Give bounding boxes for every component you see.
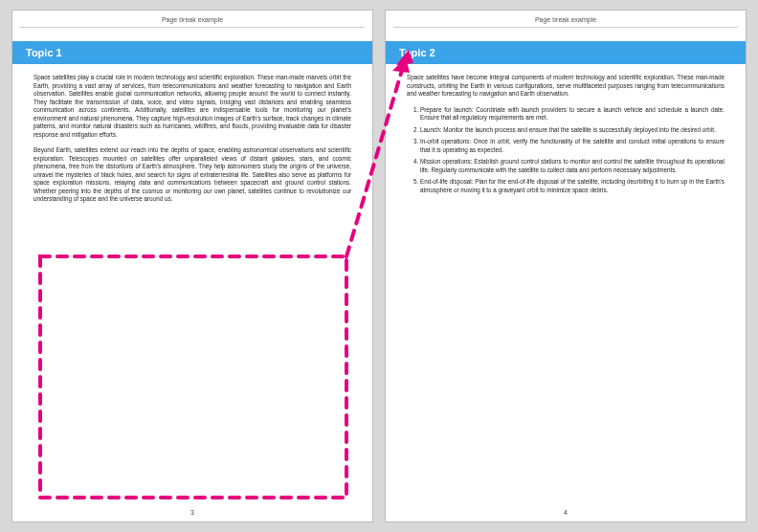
list-item: In-orbit operations: Once in orbit, veri…: [420, 138, 725, 154]
page-left-body: Space satellites play a crucial role in …: [12, 64, 372, 505]
para-2: Beyond Earth, satellites extend our reac…: [33, 146, 351, 204]
page-number-right: 4: [386, 505, 746, 521]
page-header-left: Page break example: [20, 11, 365, 28]
para-1: Space satellites play a crucial role in …: [33, 74, 351, 139]
page-spread: Page break example Topic 1 Space satelli…: [11, 10, 747, 522]
steps-list: Prepare for launch: Coordinate with laun…: [407, 106, 725, 195]
list-item: End-of-life disposal: Plan for the end-o…: [420, 178, 725, 194]
list-item: Launch: Monitor the launch process and e…: [420, 126, 725, 135]
topic-bar-1: Topic 1: [12, 41, 372, 64]
page-header-right: Page break example: [393, 11, 738, 28]
page-right-body: Space satellites have become integral co…: [386, 64, 746, 505]
list-item: Prepare for launch: Coordinate with laun…: [420, 106, 725, 122]
page-right: Page break example Topic 2 Space satelli…: [385, 10, 747, 522]
list-item: Mission operations: Establish ground con…: [420, 158, 725, 174]
page-number-left: 3: [12, 505, 372, 521]
page-left: Page break example Topic 1 Space satelli…: [11, 10, 373, 522]
topic-bar-2: Topic 2: [386, 41, 746, 64]
intro-para: Space satellites have become integral co…: [407, 74, 725, 99]
